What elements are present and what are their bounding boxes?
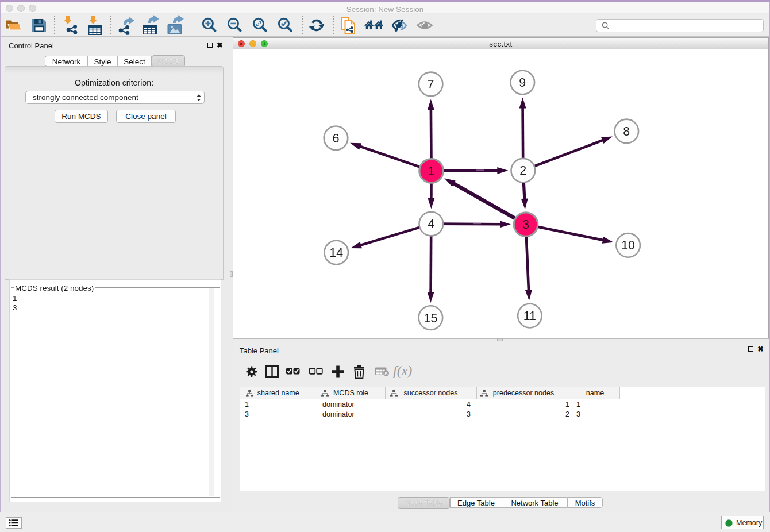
svg-text:7: 7: [428, 78, 434, 91]
svg-text:4: 4: [428, 217, 434, 231]
svg-text:8: 8: [623, 125, 630, 138]
svg-text:15: 15: [424, 311, 437, 325]
svg-text:10: 10: [621, 238, 635, 252]
svg-text:11: 11: [523, 309, 536, 323]
svg-text:3: 3: [522, 218, 529, 232]
svg-text:1: 1: [428, 164, 435, 178]
svg-text:2: 2: [519, 164, 526, 178]
svg-text:6: 6: [333, 132, 340, 145]
svg-text:14: 14: [329, 246, 343, 260]
svg-text:9: 9: [519, 76, 526, 90]
